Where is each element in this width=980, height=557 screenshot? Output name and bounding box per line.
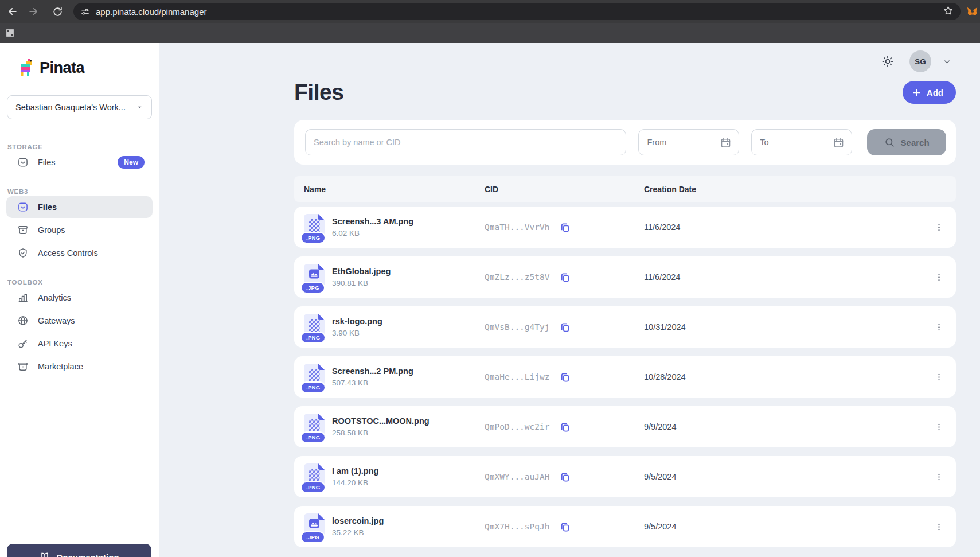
row-actions-menu-button[interactable]	[931, 269, 947, 286]
file-name-cell: Screensh...3 AM.png 6.02 KB	[332, 217, 485, 237]
table-row[interactable]: .JPG EthGlobal.jpeg 390.81 KB QmZLz...z5…	[294, 256, 956, 298]
forward-arrow-icon	[28, 6, 39, 17]
cid-cell: QmXWY...auJAH	[485, 471, 644, 483]
row-actions-menu-button[interactable]	[931, 519, 947, 535]
date-from-input[interactable]	[647, 138, 720, 147]
copy-cid-button[interactable]	[559, 521, 571, 533]
table-row[interactable]: .PNG ROOTSTOC...MOON.png 258.58 KB QmPoD…	[294, 406, 956, 447]
kebab-menu-icon	[934, 372, 944, 382]
png-checker-glyph	[309, 319, 320, 332]
date-from-field[interactable]	[638, 129, 739, 155]
chevron-down-icon	[943, 57, 951, 66]
copy-icon	[559, 271, 571, 283]
copy-cid-button[interactable]	[559, 421, 571, 433]
address-bar[interactable]: app.pinata.cloud/pinmanager	[73, 3, 961, 20]
key-icon	[17, 338, 29, 349]
theme-toggle-button[interactable]	[881, 54, 895, 68]
calendar-icon[interactable]	[833, 137, 845, 149]
site-info-icon[interactable]	[80, 7, 90, 17]
creation-date: 9/9/2024	[644, 422, 922, 431]
file-size: 144.20 KB	[332, 478, 485, 487]
pinata-logo[interactable]: Pinata	[17, 58, 159, 77]
cid-cell: QmaHe...Lijwz	[485, 371, 644, 383]
url-text[interactable]: app.pinata.cloud/pinmanager	[96, 7, 943, 17]
table-row[interactable]: .PNG rsk-logo.png 3.90 KB QmVsB...g4Tyj	[294, 306, 956, 348]
main-content: SG Files Add	[159, 43, 980, 557]
file-size: 390.81 KB	[332, 279, 485, 287]
row-actions-menu-button[interactable]	[931, 319, 947, 336]
file-ext-badge: .JPG	[300, 282, 325, 294]
copy-cid-button[interactable]	[559, 271, 571, 283]
table-row[interactable]: .JPG losercoin.jpg 35.22 KB QmX7H...sPqJ…	[294, 506, 956, 547]
creation-date: 9/5/2024	[644, 472, 922, 481]
sidebar-item-gateways[interactable]: Gateways	[6, 310, 153, 332]
browser-back-button[interactable]	[5, 3, 21, 20]
search-button-label: Search	[901, 138, 930, 147]
browser-reload-button[interactable]	[49, 3, 65, 20]
file-name: Screensh...2 PM.png	[332, 367, 485, 376]
browser-chrome: app.pinata.cloud/pinmanager	[0, 0, 980, 43]
png-checker-glyph	[309, 219, 320, 232]
cid-value: QmZLz...z5t8V	[485, 272, 550, 282]
kebab-menu-icon	[934, 223, 944, 232]
sidebar-item-marketplace[interactable]: Marketplace	[6, 356, 153, 377]
search-input[interactable]	[305, 129, 626, 155]
row-actions-menu-button[interactable]	[931, 369, 947, 385]
storage-section-label: STORAGE	[7, 143, 159, 150]
sidebar-item-label: Files	[38, 158, 118, 167]
sidebar-item-storage-files[interactable]: Files New	[6, 151, 153, 173]
file-name: rsk-logo.png	[332, 317, 485, 326]
cid-value: QmX7H...sPqJh	[485, 522, 550, 531]
account-menu-button[interactable]	[943, 57, 951, 66]
column-header-creation-date: Creation Date	[644, 185, 922, 194]
row-actions-menu-button[interactable]	[931, 469, 947, 485]
sidebar-item-analytics[interactable]: Analytics	[6, 287, 153, 309]
row-actions-menu-button[interactable]	[931, 219, 947, 236]
book-icon	[39, 551, 50, 557]
browser-forward-button[interactable]	[25, 3, 41, 20]
file-type-icon: .JPG	[304, 264, 325, 290]
cid-cell: QmVsB...g4Tyj	[485, 321, 644, 333]
add-button[interactable]: Add	[903, 81, 956, 104]
shield-check-icon	[17, 247, 29, 259]
reload-icon	[52, 6, 63, 17]
files-inbox-icon	[17, 201, 29, 213]
copy-cid-button[interactable]	[559, 321, 571, 333]
plus-icon	[912, 88, 922, 98]
table-row[interactable]: .PNG Screensh...3 AM.png 6.02 KB QmaTH..…	[294, 207, 956, 248]
apps-grid-icon[interactable]	[5, 28, 15, 38]
sidebar-item-api-keys[interactable]: API Keys	[6, 333, 153, 355]
row-actions-menu-button[interactable]	[931, 419, 947, 435]
documentation-button[interactable]: Documentation	[7, 544, 151, 557]
copy-cid-button[interactable]	[559, 221, 571, 233]
sidebar-item-web3-files[interactable]: Files	[6, 196, 153, 218]
sidebar-item-access-controls[interactable]: Access Controls	[6, 242, 153, 264]
sidebar: Pinata Sebastian Guaqueta's Work... STOR…	[0, 43, 159, 557]
file-name-cell: Screensh...2 PM.png 507.43 KB	[332, 367, 485, 387]
date-to-input[interactable]	[760, 138, 833, 147]
workspace-selector[interactable]: Sebastian Guaqueta's Work...	[7, 95, 152, 119]
cid-value: QmVsB...g4Tyj	[485, 322, 550, 332]
file-name: Screensh...3 AM.png	[332, 217, 485, 226]
file-type-icon: .PNG	[304, 314, 325, 340]
bookmark-star-icon[interactable]	[943, 5, 954, 18]
sidebar-item-label: API Keys	[38, 339, 153, 348]
file-size: 35.22 KB	[332, 528, 485, 537]
magnifier-icon	[884, 137, 895, 148]
sidebar-item-label: Gateways	[38, 316, 153, 325]
file-name: I am (1).png	[332, 466, 485, 476]
metamask-extension-icon[interactable]	[966, 6, 978, 18]
copy-cid-button[interactable]	[559, 471, 571, 483]
pinata-llama-icon	[17, 58, 34, 77]
copy-cid-button[interactable]	[559, 371, 571, 383]
table-row[interactable]: .PNG Screensh...2 PM.png 507.43 KB QmaHe…	[294, 356, 956, 398]
table-row[interactable]: .PNG I am (1).png 144.20 KB QmXWY...auJA…	[294, 456, 956, 497]
calendar-icon[interactable]	[720, 137, 732, 149]
search-button[interactable]: Search	[867, 129, 946, 155]
workspace-name: Sebastian Guaqueta's Work...	[15, 103, 136, 112]
date-to-field[interactable]	[751, 129, 852, 155]
sidebar-item-groups[interactable]: Groups	[6, 219, 153, 241]
avatar[interactable]: SG	[909, 50, 931, 72]
creation-date: 9/5/2024	[644, 522, 922, 531]
file-ext-badge: .PNG	[300, 232, 326, 244]
